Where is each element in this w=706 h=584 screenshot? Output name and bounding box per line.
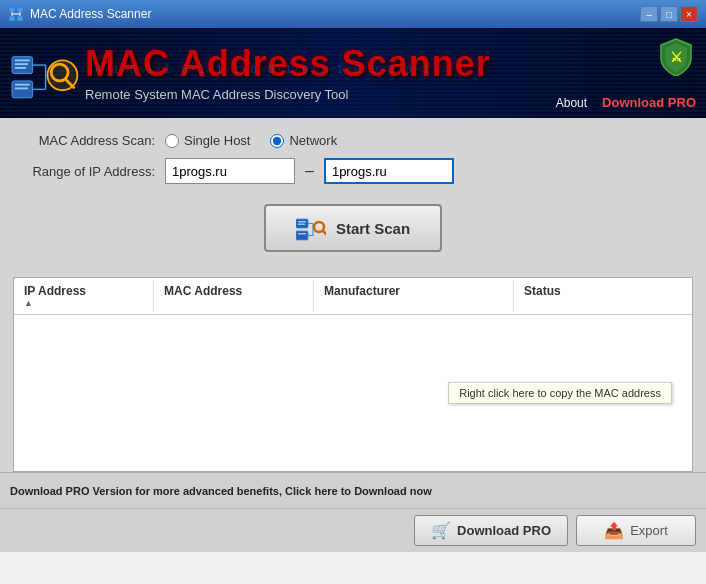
ip-range-row: Range of IP Address: – — [20, 158, 686, 184]
network-radio[interactable] — [270, 134, 284, 148]
header-banner: MAC Address Scanner Remote System MAC Ad… — [0, 28, 706, 118]
svg-line-30 — [323, 231, 326, 234]
main-content: MAC Address Scan: Single Host Network Ra… — [0, 118, 706, 277]
col-header-status: Status — [514, 282, 692, 310]
bottom-bar: Download PRO Version for more advanced b… — [0, 472, 706, 508]
export-button[interactable]: 📤 Export — [576, 515, 696, 546]
export-btn-label: Export — [630, 523, 668, 538]
ip-range-inputs: – — [165, 158, 454, 184]
ip-from-input[interactable] — [165, 158, 295, 184]
context-menu-hint: Right click here to copy the MAC address — [448, 382, 672, 404]
col-header-mac: MAC Address — [154, 282, 314, 310]
export-icon: 📤 — [604, 521, 624, 540]
maximize-button[interactable]: □ — [660, 6, 678, 22]
title-bar-controls[interactable]: – □ × — [640, 6, 698, 22]
shield-icon: ⚔ — [656, 36, 696, 76]
minimize-button[interactable]: – — [640, 6, 658, 22]
single-host-option[interactable]: Single Host — [165, 133, 250, 148]
footer-buttons: 🛒 Download PRO 📤 Export — [0, 508, 706, 552]
scan-button-row: Start Scan — [20, 194, 686, 267]
svg-rect-11 — [12, 81, 33, 98]
ip-to-input[interactable] — [324, 158, 454, 184]
mac-scan-row: MAC Address Scan: Single Host Network — [20, 133, 686, 148]
header-binary: 4·1·0·1·1 0·1·1·1·0·0·1·0·1·1·0·0·1·0·1 — [95, 63, 606, 76]
col-header-manufacturer: Manufacturer — [314, 282, 514, 310]
about-link[interactable]: About — [556, 96, 587, 110]
table-header: IP Address ▲ MAC Address Manufacturer St… — [14, 278, 692, 315]
title-bar-title: MAC Address Scanner — [30, 7, 151, 21]
ip-separator: – — [295, 162, 324, 180]
svg-rect-22 — [298, 221, 306, 223]
close-button[interactable]: × — [680, 6, 698, 22]
download-btn-label: Download PRO — [457, 523, 551, 538]
download-icon: 🛒 — [431, 521, 451, 540]
svg-rect-24 — [296, 231, 308, 240]
app-icon — [8, 6, 24, 22]
svg-rect-12 — [15, 84, 30, 86]
logo-svg — [10, 38, 85, 108]
ip-range-label: Range of IP Address: — [20, 164, 165, 179]
download-pro-button[interactable]: 🛒 Download PRO — [414, 515, 568, 546]
scan-type-group: Single Host Network — [165, 133, 337, 148]
promo-text[interactable]: Download PRO Version for more advanced b… — [10, 485, 432, 497]
svg-rect-0 — [9, 7, 15, 12]
start-scan-label: Start Scan — [336, 220, 410, 237]
svg-rect-8 — [15, 59, 30, 61]
header-download-pro[interactable]: Download PRO — [602, 95, 696, 110]
single-host-label: Single Host — [184, 133, 250, 148]
scan-icon — [296, 214, 326, 242]
results-table[interactable]: IP Address ▲ MAC Address Manufacturer St… — [13, 277, 693, 472]
header-nav: About Download PRO — [556, 95, 696, 110]
svg-rect-23 — [298, 224, 305, 226]
mac-scan-label: MAC Address Scan: — [20, 133, 165, 148]
network-label: Network — [289, 133, 337, 148]
start-scan-button[interactable]: Start Scan — [264, 204, 442, 252]
title-bar-left: MAC Address Scanner — [8, 6, 151, 22]
network-option[interactable]: Network — [270, 133, 337, 148]
svg-text:⚔: ⚔ — [670, 49, 683, 65]
single-host-radio[interactable] — [165, 134, 179, 148]
svg-rect-10 — [15, 67, 26, 69]
svg-rect-13 — [15, 87, 28, 89]
svg-rect-3 — [17, 16, 23, 21]
title-bar: MAC Address Scanner – □ × — [0, 0, 706, 28]
svg-rect-2 — [9, 16, 15, 21]
table-body: Right click here to copy the MAC address — [14, 315, 692, 470]
col-header-ip: IP Address ▲ — [14, 282, 154, 310]
svg-rect-9 — [15, 63, 28, 65]
svg-rect-1 — [17, 7, 23, 12]
svg-rect-25 — [298, 233, 306, 235]
